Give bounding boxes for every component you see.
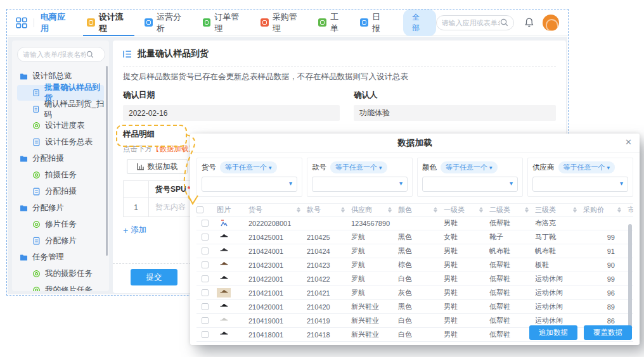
row-checkbox[interactable] bbox=[202, 220, 209, 227]
sidebar-item-分配修片[interactable]: 分配修片 bbox=[17, 233, 104, 249]
target-icon bbox=[32, 122, 41, 130]
app-search-input[interactable] bbox=[442, 19, 500, 27]
sidebar-item-我的修片任务[interactable]: 我的修片任务 bbox=[17, 282, 104, 291]
confirm-person-value[interactable]: 功能体验 bbox=[354, 105, 556, 121]
sidebar-group-任务管理[interactable]: 任务管理 bbox=[17, 249, 105, 265]
chevron-down-icon: ▾ bbox=[510, 180, 513, 187]
data-load-button[interactable]: 数据加载 bbox=[127, 159, 188, 174]
overwrite-data-button[interactable]: 覆盖数据 bbox=[584, 325, 632, 340]
row-checkbox[interactable] bbox=[202, 303, 209, 310]
filter-value-select[interactable]: ▾ bbox=[312, 177, 408, 192]
sidebar-item-设计任务总表[interactable]: 设计任务总表 bbox=[17, 134, 104, 150]
filter-value-select[interactable]: ▾ bbox=[202, 177, 297, 192]
tab-采购管理[interactable]: 采购管理 bbox=[261, 9, 304, 36]
confirm-date-value[interactable]: 2022-02-16 bbox=[123, 105, 340, 121]
color-cell: 白色 bbox=[394, 316, 440, 325]
table-row[interactable]: 210425001210425罗航黑色女鞋靴子马丁靴99 bbox=[196, 230, 633, 244]
tab-订单管理[interactable]: 订单管理 bbox=[203, 9, 247, 36]
sidebar-group-分配拍摄[interactable]: 分配拍摄 bbox=[17, 151, 105, 166]
sort-icon[interactable] bbox=[479, 207, 483, 213]
user-avatar[interactable] bbox=[543, 15, 559, 31]
cat1-cell: 男鞋 bbox=[440, 316, 486, 325]
submit-button[interactable]: 提交 bbox=[131, 269, 177, 285]
row-checkbox[interactable] bbox=[202, 261, 209, 268]
filter-款号: 款号等于任意一个 ▾▾ bbox=[307, 158, 413, 197]
sort-icon[interactable] bbox=[617, 207, 621, 213]
row-checkbox[interactable] bbox=[202, 331, 209, 338]
table-row[interactable]: 202202080011234567890男鞋低帮鞋布洛克 bbox=[196, 216, 633, 230]
sort-icon[interactable] bbox=[388, 207, 392, 213]
row-checkbox[interactable] bbox=[202, 247, 209, 254]
sidebar-search-box[interactable] bbox=[17, 47, 105, 62]
row-checkbox[interactable] bbox=[202, 234, 209, 241]
tab-运营分析[interactable]: 运营分析 bbox=[145, 9, 188, 36]
table-row[interactable]: 210421001210421罗航灰色男鞋低帮鞋运动休闲96 bbox=[196, 286, 633, 300]
table-scrollbar[interactable] bbox=[628, 224, 632, 333]
goods-no-cell: 210421001 bbox=[245, 289, 303, 297]
row-checkbox[interactable] bbox=[202, 275, 209, 282]
sidebar-item-拍摄任务[interactable]: 拍摄任务 bbox=[17, 167, 104, 183]
tab-设计流程[interactable]: 设计流程 bbox=[87, 9, 131, 36]
sidebar-item-label: 设计进度表 bbox=[45, 120, 85, 131]
table-row[interactable]: 210422001210422罗航白色男鞋低帮鞋运动休闲99 bbox=[196, 272, 633, 286]
collapse-menu-icon[interactable] bbox=[123, 50, 132, 58]
sidebar-item-确认样品到货_扫码[interactable]: 确认样品到货_扫码 bbox=[17, 101, 104, 117]
row-checkbox[interactable] bbox=[202, 289, 209, 296]
filter-operator-dropdown[interactable]: 等于任意一个 ▾ bbox=[220, 161, 277, 173]
sort-icon[interactable] bbox=[297, 207, 300, 213]
sidebar-item-修片任务[interactable]: 修片任务 bbox=[17, 216, 104, 232]
select-all-checkbox[interactable] bbox=[196, 206, 203, 213]
column-label: 采购价 bbox=[583, 205, 604, 215]
cat3-cell: 帆布鞋 bbox=[531, 246, 579, 256]
sort-icon[interactable] bbox=[341, 207, 345, 213]
page-title: 批量确认样品到货 bbox=[138, 48, 209, 60]
sidebar-group-分配修片[interactable]: 分配修片 bbox=[17, 200, 105, 216]
sidebar-search-input[interactable] bbox=[23, 51, 86, 58]
filter-value-select[interactable]: ▾ bbox=[422, 177, 518, 192]
cat1-cell: 男鞋 bbox=[440, 260, 486, 270]
target-icon bbox=[32, 270, 41, 278]
sort-icon[interactable] bbox=[525, 207, 529, 213]
app-search-box[interactable] bbox=[436, 15, 514, 30]
table-row[interactable]: 210420001210420新兴鞋业黑色男鞋低帮鞋运动休闲89 bbox=[196, 300, 633, 314]
product-image-cell bbox=[213, 330, 245, 339]
append-data-button[interactable]: 追加数据 bbox=[529, 325, 577, 340]
sidebar-scrollbar[interactable] bbox=[106, 66, 108, 256]
table-row[interactable]: 210423001210423罗航棕色男鞋低帮鞋板鞋90 bbox=[196, 258, 633, 272]
shoe-icon bbox=[220, 316, 228, 325]
table-row[interactable]: 210424001210424罗航黑色男鞋帆布鞋帆布鞋91 bbox=[196, 244, 633, 258]
style-no-cell: 210424 bbox=[303, 247, 347, 255]
tab-label: 工单 bbox=[330, 11, 346, 34]
sort-icon[interactable] bbox=[573, 207, 577, 213]
group-label: 分配拍摄 bbox=[32, 153, 64, 164]
sidebar-item-设计进度表[interactable]: 设计进度表 bbox=[17, 118, 104, 134]
close-icon[interactable]: ✕ bbox=[625, 137, 632, 147]
filter-operator-dropdown[interactable]: 等于任意一个 ▾ bbox=[558, 161, 615, 173]
confirm-date-label: 确认日期 bbox=[123, 90, 340, 101]
sidebar-item-分配拍摄[interactable]: 分配拍摄 bbox=[17, 184, 104, 199]
cat1-cell: 男鞋 bbox=[440, 288, 486, 298]
column-header-二级类: 二级类 bbox=[486, 205, 531, 215]
sidebar: 设计部总览批量确认样品到货确认样品到货_扫码设计进度表设计任务总表分配拍摄拍摄任… bbox=[12, 41, 109, 291]
purchase-price-cell: 96 bbox=[579, 289, 624, 297]
row-checkbox[interactable] bbox=[202, 317, 209, 324]
filter-operator-dropdown[interactable]: 等于任意一个 ▾ bbox=[441, 161, 498, 173]
divider bbox=[34, 18, 34, 27]
apps-grid-icon[interactable] bbox=[16, 17, 27, 28]
column-header-颜色: 颜色 bbox=[394, 205, 440, 215]
filter-value-select[interactable]: ▾ bbox=[532, 177, 628, 192]
brand-app-name[interactable]: 电商应用 bbox=[41, 11, 73, 34]
color-cell: 灰色 bbox=[394, 288, 440, 298]
cat3-cell: 运动休闲 bbox=[531, 316, 579, 325]
采购管理-app-icon bbox=[261, 18, 269, 27]
filter-operator-dropdown[interactable]: 等于任意一个 ▾ bbox=[330, 161, 387, 173]
tab-工单[interactable]: 工单 bbox=[318, 9, 346, 36]
shoe-image bbox=[217, 260, 231, 270]
sidebar-item-我的摄影任务[interactable]: 我的摄影任务 bbox=[17, 266, 104, 282]
add-row-link[interactable]: +添加 bbox=[123, 225, 146, 235]
tab-日报[interactable]: 日报 bbox=[360, 9, 388, 36]
sort-icon[interactable] bbox=[434, 207, 437, 213]
notification-bell-icon[interactable] bbox=[524, 17, 534, 28]
all-apps-pill[interactable]: 全部 bbox=[403, 9, 436, 36]
cat3-cell: 运动休闲 bbox=[531, 274, 579, 284]
